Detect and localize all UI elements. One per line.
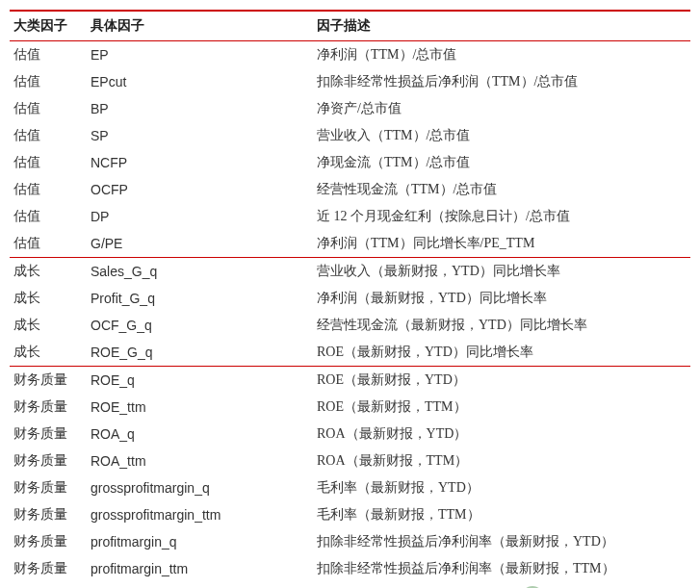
cell-category: 估值 <box>10 149 87 176</box>
cell-description: ROE（最新财报，YTD） <box>313 367 690 395</box>
cell-description: ROA（最新财报，YTD） <box>313 421 690 447</box>
table-row: 估值NCFP净现金流（TTM）/总市值 <box>10 149 690 176</box>
cell-factor: DP <box>87 203 313 230</box>
cell-factor: ROE_G_q <box>87 339 313 367</box>
cell-category: 成长 <box>10 312 87 339</box>
cell-factor: EPcut <box>87 68 313 95</box>
table-row: 财务质量profitmargin_ttm扣除非经常性损益后净利润率（最新财报，T… <box>10 555 690 582</box>
cell-description: 净利润（最新财报，YTD）同比增长率 <box>313 285 690 312</box>
cell-factor: NCFP <box>87 149 313 176</box>
cell-factor: OCF_G_q <box>87 312 313 339</box>
cell-description: 净利润（TTM）同比增长率/PE_TTM <box>313 230 690 258</box>
cell-factor: Profit_G_q <box>87 285 313 312</box>
table-row: 估值G/PE净利润（TTM）同比增长率/PE_TTM <box>10 230 690 258</box>
table-row: 财务质量assetturnover_q资产周转率（最新财报，YTD） <box>10 582 690 588</box>
cell-category: 财务质量 <box>10 447 87 474</box>
cell-category: 财务质量 <box>10 555 87 582</box>
cell-factor: ROE_ttm <box>87 394 313 421</box>
table-row: 财务质量profitmargin_q扣除非经常性损益后净利润率（最新财报，YTD… <box>10 528 690 555</box>
cell-category: 财务质量 <box>10 421 87 447</box>
table-body: 估值EP净利润（TTM）/总市值估值EPcut扣除非经常性损益后净利润（TTM）… <box>10 41 690 589</box>
header-row: 大类因子 具体因子 因子描述 <box>10 11 690 41</box>
table-row: 成长OCF_G_q经营性现金流（最新财报，YTD）同比增长率 <box>10 312 690 339</box>
cell-description: 经营性现金流（TTM）/总市值 <box>313 176 690 203</box>
cell-category: 估值 <box>10 230 87 258</box>
cell-category: 财务质量 <box>10 474 87 501</box>
table-row: 成长ROE_G_qROE（最新财报，YTD）同比增长率 <box>10 339 690 367</box>
cell-factor: EP <box>87 41 313 69</box>
cell-factor: ROA_q <box>87 421 313 447</box>
table-row: 估值EP净利润（TTM）/总市值 <box>10 41 690 69</box>
cell-category: 估值 <box>10 41 87 69</box>
table-row: 财务质量ROE_ttmROE（最新财报，TTM） <box>10 394 690 421</box>
cell-factor: ROE_q <box>87 367 313 395</box>
header-category: 大类因子 <box>10 11 87 41</box>
cell-category: 估值 <box>10 176 87 203</box>
cell-factor: grossprofitmargin_q <box>87 474 313 501</box>
cell-factor: assetturnover_q <box>87 582 313 588</box>
cell-description: 净资产/总市值 <box>313 95 690 122</box>
cell-description: 毛利率（最新财报，TTM） <box>313 501 690 528</box>
cell-category: 财务质量 <box>10 394 87 421</box>
cell-description: 扣除非经常性损益后净利润率（最新财报，TTM） <box>313 555 690 582</box>
cell-description: 净利润（TTM）/总市值 <box>313 41 690 69</box>
cell-category: 成长 <box>10 285 87 312</box>
cell-description: 扣除非经常性损益后净利润（TTM）/总市值 <box>313 68 690 95</box>
cell-factor: profitmargin_q <box>87 528 313 555</box>
cell-description: 毛利率（最新财报，YTD） <box>313 474 690 501</box>
cell-category: 成长 <box>10 258 87 286</box>
table-row: 估值OCFP经营性现金流（TTM）/总市值 <box>10 176 690 203</box>
cell-category: 成长 <box>10 339 87 367</box>
cell-description: 扣除非经常性损益后净利润率（最新财报，YTD） <box>313 528 690 555</box>
cell-category: 财务质量 <box>10 528 87 555</box>
cell-factor: G/PE <box>87 230 313 258</box>
header-factor: 具体因子 <box>87 11 313 41</box>
cell-description: 资产周转率（最新财报，YTD） <box>313 582 690 588</box>
cell-description: 近 12 个月现金红利（按除息日计）/总市值 <box>313 203 690 230</box>
cell-factor: grossprofitmargin_ttm <box>87 501 313 528</box>
cell-category: 财务质量 <box>10 367 87 395</box>
cell-description: ROE（最新财报，TTM） <box>313 394 690 421</box>
table-row: 估值DP近 12 个月现金红利（按除息日计）/总市值 <box>10 203 690 230</box>
table-row: 财务质量ROA_qROA（最新财报，YTD） <box>10 421 690 447</box>
cell-factor: SP <box>87 122 313 149</box>
cell-category: 估值 <box>10 203 87 230</box>
cell-factor: profitmargin_ttm <box>87 555 313 582</box>
cell-description: 营业收入（TTM）/总市值 <box>313 122 690 149</box>
table-row: 估值BP净资产/总市值 <box>10 95 690 122</box>
cell-factor: BP <box>87 95 313 122</box>
cell-description: ROE（最新财报，YTD）同比增长率 <box>313 339 690 367</box>
cell-description: 净现金流（TTM）/总市值 <box>313 149 690 176</box>
header-description: 因子描述 <box>313 11 690 41</box>
cell-factor: ROA_ttm <box>87 447 313 474</box>
cell-factor: OCFP <box>87 176 313 203</box>
factor-table: 大类因子 具体因子 因子描述 估值EP净利润（TTM）/总市值估值EPcut扣除… <box>10 10 690 588</box>
table-row: 估值SP营业收入（TTM）/总市值 <box>10 122 690 149</box>
factor-table-container: 大类因子 具体因子 因子描述 估值EP净利润（TTM）/总市值估值EPcut扣除… <box>10 10 690 588</box>
table-row: 估值EPcut扣除非经常性损益后净利润（TTM）/总市值 <box>10 68 690 95</box>
cell-description: 营业收入（最新财报，YTD）同比增长率 <box>313 258 690 286</box>
cell-category: 财务质量 <box>10 501 87 528</box>
cell-category: 估值 <box>10 122 87 149</box>
table-row: 财务质量grossprofitmargin_q毛利率（最新财报，YTD） <box>10 474 690 501</box>
table-row: 财务质量grossprofitmargin_ttm毛利率（最新财报，TTM） <box>10 501 690 528</box>
table-row: 财务质量ROE_qROE（最新财报，YTD） <box>10 367 690 395</box>
table-row: 成长Profit_G_q净利润（最新财报，YTD）同比增长率 <box>10 285 690 312</box>
cell-category: 财务质量 <box>10 582 87 588</box>
cell-description: 经营性现金流（最新财报，YTD）同比增长率 <box>313 312 690 339</box>
table-row: 财务质量ROA_ttmROA（最新财报，TTM） <box>10 447 690 474</box>
cell-factor: Sales_G_q <box>87 258 313 286</box>
cell-category: 估值 <box>10 68 87 95</box>
cell-description: ROA（最新财报，TTM） <box>313 447 690 474</box>
cell-category: 估值 <box>10 95 87 122</box>
table-row: 成长Sales_G_q营业收入（最新财报，YTD）同比增长率 <box>10 258 690 286</box>
